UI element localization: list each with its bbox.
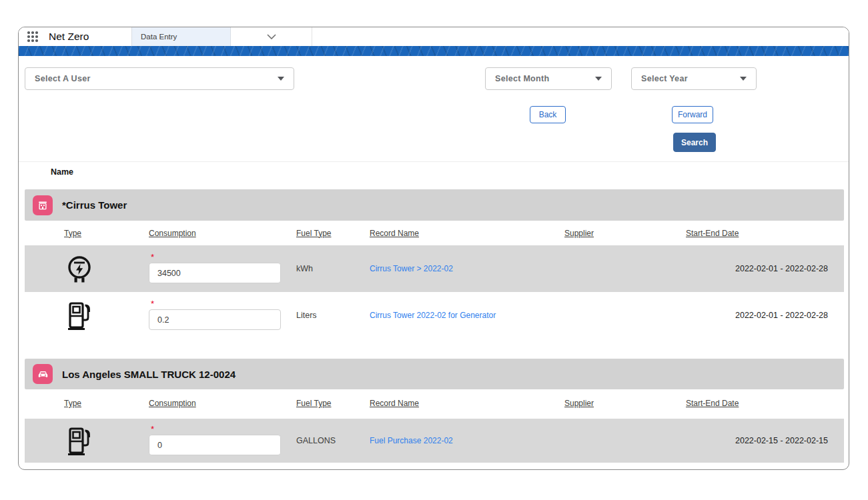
column-header-type[interactable]: Type [25, 229, 149, 238]
user-select-placeholder: Select A User [35, 74, 91, 83]
chevron-down-icon [278, 77, 284, 81]
forward-button[interactable]: Forward [672, 106, 713, 123]
section-header-small-truck: Los Angeles SMALL TRUCK 12-0024 [25, 359, 844, 389]
required-asterisk: * [151, 426, 296, 432]
start-end-date-value: 2022-02-01 - 2022-02-28 [686, 311, 844, 320]
app-header: Net Zero Data Entry [19, 27, 849, 46]
consumption-field: * [149, 292, 296, 339]
record-name-link[interactable]: Cirrus Tower 2022-02 for Generator [370, 311, 496, 320]
column-header-supplier[interactable]: Supplier [564, 399, 686, 408]
required-asterisk: * [151, 254, 296, 260]
consumption-field: * [149, 419, 296, 463]
column-header-row: Type Consumption Fuel Type Record Name S… [25, 389, 844, 417]
tab-data-entry[interactable]: Data Entry [131, 27, 231, 46]
column-header-record-name[interactable]: Record Name [370, 229, 564, 238]
column-header-start-end-date[interactable]: Start-End Date [686, 229, 844, 238]
consumption-input[interactable] [149, 435, 281, 455]
column-header-consumption[interactable]: Consumption [149, 229, 296, 238]
fuel-pump-icon [25, 300, 149, 331]
consumption-field: * [149, 245, 296, 292]
app-title: Net Zero [49, 31, 89, 43]
column-header-consumption[interactable]: Consumption [149, 399, 296, 408]
table-row: * GALLONS Fuel Purchase 2022-02 2022-02-… [25, 419, 844, 463]
column-header-row: Type Consumption Fuel Type Record Name S… [25, 221, 844, 245]
user-select[interactable]: Select A User [25, 67, 294, 90]
table-divider [19, 161, 849, 162]
record-name-link[interactable]: Cirrus Tower > 2022-02 [370, 264, 453, 273]
column-header-supplier[interactable]: Supplier [564, 229, 686, 238]
building-icon [33, 195, 53, 215]
year-select-placeholder: Select Year [641, 74, 688, 83]
start-end-date-value: 2022-02-01 - 2022-02-28 [686, 264, 844, 273]
tab-menu-button[interactable] [231, 27, 312, 46]
required-asterisk: * [151, 301, 296, 307]
section-header-cirrus-tower: *Cirrus Tower [25, 189, 844, 221]
month-select[interactable]: Select Month [485, 67, 612, 90]
back-button[interactable]: Back [530, 106, 566, 123]
column-header-record-name[interactable]: Record Name [370, 399, 564, 408]
consumption-input[interactable] [149, 263, 281, 283]
app-launcher-icon[interactable] [27, 31, 38, 42]
brand-band [19, 46, 849, 56]
fuel-pump-icon [25, 425, 149, 456]
tab-label: Data Entry [141, 33, 177, 41]
table-row: * Liters Cirrus Tower 2022-02 for Genera… [25, 292, 844, 339]
fuel-type-value: Liters [296, 311, 370, 320]
consumption-input[interactable] [149, 309, 281, 330]
chevron-down-icon [740, 77, 747, 81]
section-title: *Cirrus Tower [62, 199, 127, 211]
fuel-type-value: kWh [296, 264, 370, 273]
year-select[interactable]: Select Year [631, 67, 757, 90]
column-header-type[interactable]: Type [25, 399, 149, 408]
column-header-fuel-type[interactable]: Fuel Type [296, 399, 370, 408]
column-header-fuel-type[interactable]: Fuel Type [296, 229, 370, 238]
fuel-type-value: GALLONS [296, 436, 370, 445]
chevron-down-icon [595, 77, 602, 81]
car-icon [33, 364, 53, 384]
chevron-down-icon [267, 34, 276, 39]
electric-meter-icon [25, 254, 149, 284]
column-header-start-end-date[interactable]: Start-End Date [686, 399, 844, 408]
name-column-header: Name [51, 167, 73, 177]
month-select-placeholder: Select Month [495, 74, 549, 83]
app-window: Net Zero Data Entry Select A User Select… [18, 27, 849, 470]
start-end-date-value: 2022-02-15 - 2022-02-15 [686, 436, 844, 445]
search-button[interactable]: Search [673, 133, 716, 152]
section-title: Los Angeles SMALL TRUCK 12-0024 [62, 369, 236, 380]
record-name-link[interactable]: Fuel Purchase 2022-02 [370, 436, 453, 445]
table-row: * kWh Cirrus Tower > 2022-02 2022-02-01 … [25, 245, 844, 292]
